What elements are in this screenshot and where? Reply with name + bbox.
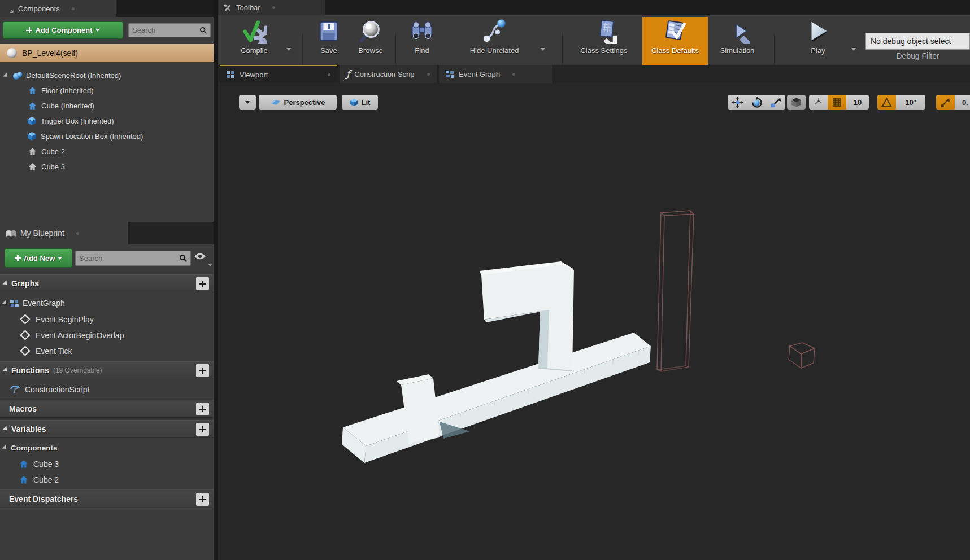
hide-unrelated-chevron-icon[interactable] xyxy=(541,48,545,51)
tab-components[interactable]: Components xyxy=(0,0,116,17)
book-icon xyxy=(6,229,16,238)
simulation-icon xyxy=(724,18,750,44)
play-button[interactable]: Play xyxy=(799,17,837,63)
event-dispatchers-header-label: Event Dispatchers xyxy=(9,495,78,504)
tab-close-dot[interactable] xyxy=(427,73,430,76)
sphere-icon xyxy=(6,47,18,59)
add-function-button[interactable] xyxy=(196,364,209,377)
my-blueprint-search-input[interactable] xyxy=(76,254,179,262)
rotation-snap-value[interactable]: 10° xyxy=(896,95,925,110)
lit-mode-button[interactable]: Lit xyxy=(342,95,378,110)
toolbar: Compile Save Browse xyxy=(218,15,970,65)
class-defaults-button[interactable]: Class Defaults xyxy=(642,17,708,63)
panel-splitter[interactable] xyxy=(214,0,218,560)
tab-close-dot[interactable] xyxy=(512,73,515,76)
rotate-tool-icon[interactable] xyxy=(747,95,766,110)
construction-script-tab-label: Construction Scrip xyxy=(354,70,414,78)
class-settings-button[interactable]: Class Settings xyxy=(571,17,637,63)
event-graph-row[interactable]: EventGraph xyxy=(0,296,214,310)
camera-mode-button[interactable]: Perspective xyxy=(259,95,337,110)
expand-arrow-icon[interactable] xyxy=(2,300,8,306)
static-mesh-icon xyxy=(28,102,37,110)
construction-script-row[interactable]: f ConstructionScript xyxy=(0,382,214,397)
variables-section-header[interactable]: Variables xyxy=(0,420,214,438)
scale-snap-toggle-icon[interactable] xyxy=(936,95,955,110)
scale-snap-value[interactable]: 0. xyxy=(955,95,970,110)
event-row[interactable]: Event ActorBeginOverlap xyxy=(0,327,214,343)
play-options-chevron-icon[interactable] xyxy=(851,48,856,51)
hide-unrelated-button[interactable]: Hide Unrelated xyxy=(458,17,531,63)
functions-section-header[interactable]: Functions (19 Overridable) xyxy=(0,361,214,379)
debug-object-dropdown[interactable]: No debug object select xyxy=(865,33,970,50)
viewport-scene xyxy=(218,83,970,560)
add-macro-button[interactable] xyxy=(196,403,209,415)
viewport-3d[interactable]: Perspective Lit xyxy=(218,83,970,560)
coordinate-space-button[interactable] xyxy=(787,95,806,110)
document-tab-bar: Viewport ƒ Construction Scrip Event Grap… xyxy=(218,65,970,83)
tree-row[interactable]: Trigger Box (Inherited) xyxy=(0,113,214,129)
event-row[interactable]: Event BeginPlay xyxy=(0,312,214,327)
compile-options-chevron-icon[interactable] xyxy=(286,48,291,51)
construction-script-tab-icon: ƒ xyxy=(346,68,350,80)
graphs-header-label: Graphs xyxy=(11,279,39,288)
surface-snap-icon[interactable] xyxy=(809,95,828,110)
debug-filter-label: Debug Filter xyxy=(865,51,970,60)
my-blueprint-search xyxy=(75,251,191,266)
tree-row[interactable]: Spawn Location Box (Inherited) xyxy=(0,129,214,144)
tree-row[interactable]: Cube 2 xyxy=(0,144,214,159)
component-variable-row[interactable]: Cube 3 xyxy=(0,456,214,471)
tree-item-label: Cube 3 xyxy=(41,163,65,171)
compile-button[interactable]: Compile xyxy=(226,17,282,63)
scene-root-icon xyxy=(12,71,23,80)
tree-row[interactable]: Floor (Inherited) xyxy=(0,83,214,98)
add-graph-button[interactable] xyxy=(196,277,209,290)
visibility-filter-eye-icon[interactable] xyxy=(194,252,206,260)
section-collapse-icon[interactable] xyxy=(2,444,8,450)
expand-arrow-icon[interactable] xyxy=(3,72,9,78)
add-new-button[interactable]: Add New xyxy=(5,248,72,268)
grid-snap-group: 10 xyxy=(809,95,869,110)
add-event-dispatcher-button[interactable] xyxy=(196,493,209,506)
eye-dropdown-chevron-icon[interactable] xyxy=(208,264,212,266)
components-tab-label: Components xyxy=(18,5,60,13)
add-component-button[interactable]: Add Component xyxy=(3,21,123,39)
scale-tool-icon[interactable] xyxy=(766,95,785,110)
tree-row[interactable]: Cube (Inherited) xyxy=(0,98,214,113)
tab-event-graph[interactable]: Event Graph xyxy=(439,65,552,83)
save-button[interactable]: Save xyxy=(310,17,348,63)
tab-construction-script[interactable]: ƒ Construction Scrip xyxy=(340,65,437,83)
rotation-snap-toggle-icon[interactable] xyxy=(877,95,896,110)
grid-snap-toggle-icon[interactable] xyxy=(828,95,846,110)
viewport-options-button[interactable] xyxy=(239,95,256,110)
grid-snap-value[interactable]: 10 xyxy=(846,95,869,110)
components-subsection-row[interactable]: Components xyxy=(0,440,214,455)
find-button[interactable]: Find xyxy=(403,17,441,63)
event-graph-tab-label: Event Graph xyxy=(459,70,500,78)
rotation-snap-group: 10° xyxy=(877,95,925,110)
section-collapse-icon[interactable] xyxy=(2,280,8,286)
component-variable-row[interactable]: Cube 2 xyxy=(0,472,214,487)
simulation-button[interactable]: Simulation xyxy=(712,17,763,63)
browse-button[interactable]: Browse xyxy=(350,17,391,63)
plus-icon xyxy=(15,255,21,261)
tab-state-dot xyxy=(72,7,75,10)
add-variable-button[interactable] xyxy=(196,423,209,436)
tree-row[interactable]: DefaultSceneRoot (Inherited) xyxy=(0,68,214,83)
tree-row-root-selected[interactable]: BP_Level4(self) xyxy=(0,44,214,62)
hide-unrelated-label: Hide Unrelated xyxy=(470,46,519,55)
event-dispatchers-section-header[interactable]: Event Dispatchers xyxy=(0,489,214,509)
translate-tool-icon[interactable] xyxy=(728,95,747,110)
event-row[interactable]: Event Tick xyxy=(0,343,214,358)
tab-close-dot[interactable] xyxy=(328,73,330,76)
tree-row[interactable]: Cube 3 xyxy=(0,159,214,174)
tab-toolbar[interactable]: Toolbar xyxy=(218,0,325,15)
tab-viewport[interactable]: Viewport xyxy=(220,65,337,83)
floor-platform xyxy=(342,333,651,463)
transform-tools-group xyxy=(728,95,785,110)
components-search-input[interactable] xyxy=(129,26,199,34)
tab-my-blueprint[interactable]: My Blueprint xyxy=(0,222,128,244)
section-collapse-icon[interactable] xyxy=(2,426,8,432)
graphs-section-header[interactable]: Graphs xyxy=(0,274,214,292)
macros-section-header[interactable]: Macros xyxy=(0,400,214,418)
section-collapse-icon[interactable] xyxy=(2,367,8,373)
